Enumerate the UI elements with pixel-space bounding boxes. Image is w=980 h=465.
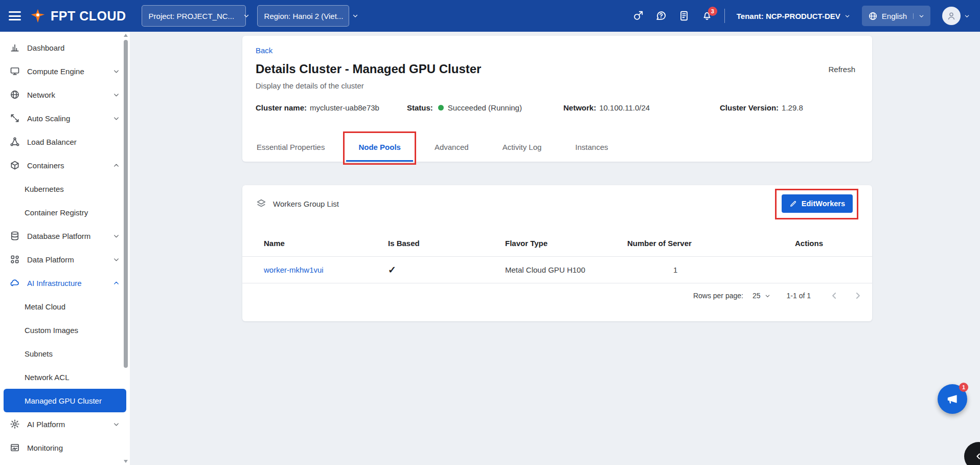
document-icon[interactable] [678,10,690,21]
sidebar-item-network-acl[interactable]: Network ACL [0,365,130,389]
main-content: Back Details Cluster - Managed GPU Clust… [130,32,980,465]
compute-engine-icon [9,66,20,76]
chevron-down-icon [113,421,120,428]
male-sign-icon[interactable] [632,10,644,21]
project-selector[interactable]: Project: PROJECT_NC... [142,5,246,27]
sidebar-item-data-platform[interactable]: Data Platform [0,248,130,271]
tab-advanced[interactable]: Advanced [422,132,481,162]
page-title: Details Cluster - Managed GPU Cluster [256,62,481,76]
scroll-down-arrow-icon[interactable] [124,460,128,463]
network-globe-icon [9,90,20,100]
previous-page-button[interactable] [829,291,839,301]
gear-icon [9,419,20,429]
sidebar-item-custom-images[interactable]: Custom Images [0,318,130,342]
cluster-detail-card: Back Details Cluster - Managed GPU Clust… [242,36,872,162]
sidebar: Dashboard Compute Engine Network Auto Sc… [0,32,130,465]
containers-icon [9,160,20,170]
monitoring-icon [9,442,20,453]
tab-essential-properties[interactable]: Essential Properties [244,132,337,162]
scroll-up-arrow-icon[interactable] [124,34,128,37]
sidebar-item-managed-gpu-cluster[interactable]: Managed GPU Cluster [4,389,126,412]
cluster-tabs: Essential Properties Node Pools Advanced… [244,132,872,162]
sidebar-item-containers[interactable]: Containers [0,153,130,177]
database-icon [9,231,20,241]
sidebar-item-ai-platform[interactable]: AI Platform [0,412,130,436]
region-selector[interactable]: Region: Hanoi 2 (Viet... [257,5,349,27]
pencil-icon [789,200,797,208]
chevron-down-icon [113,92,120,98]
chevron-down-icon [913,13,924,19]
pagination: Rows per page: 25 1-1 of 1 [242,283,872,308]
sidebar-item-metal-cloud[interactable]: Metal Cloud [0,295,130,318]
tab-activity-log[interactable]: Activity Log [490,132,554,162]
globe-icon [868,11,878,21]
rows-per-page-select[interactable]: 25 [753,292,770,300]
check-icon: ✓ [388,264,505,276]
sidebar-item-ai-infrastructure[interactable]: AI Infrastructure [0,271,130,295]
brand-name: FPT CLOUD [51,9,126,24]
flavor-type-cell: Metal Cloud GPU H100 [505,265,627,274]
column-header-name: Name [264,239,388,248]
cluster-name-field: Cluster name: mycluster-uab8e73b [256,103,407,112]
back-link[interactable]: Back [256,46,272,55]
chevron-up-icon [113,162,120,169]
load-balancer-icon [9,137,20,147]
chevron-down-icon [964,13,970,19]
next-page-button[interactable] [853,291,863,301]
ai-infrastructure-cloud-icon [9,278,20,288]
sidebar-item-subnets[interactable]: Subnets [0,342,130,365]
language-selector[interactable]: English [862,6,930,26]
status-dot [438,105,444,110]
menu-icon[interactable] [0,9,30,23]
column-header-flavor-type: Flavor Type [505,239,627,248]
chevron-up-icon [113,280,120,286]
sidebar-item-compute-engine[interactable]: Compute Engine [0,59,130,83]
chevron-down-icon [243,13,249,19]
network-field: Network: 10.100.11.0/24 [563,103,720,112]
tab-node-pools[interactable]: Node Pools [346,132,413,162]
bell-icon[interactable]: 3 [701,10,713,21]
tenant-selector[interactable]: Tenant: NCP-PRODUCT-DEV [737,12,850,20]
auto-scaling-icon [9,113,20,123]
sidebar-item-network[interactable]: Network [0,83,130,106]
sidebar-item-container-registry[interactable]: Container Registry [0,201,130,224]
worker-name-link[interactable]: worker-mkhw1vui [264,265,388,274]
edit-workers-button[interactable]: EditWorkers [782,194,853,213]
sidebar-item-kubernetes[interactable]: Kubernetes [0,177,130,201]
column-header-is-based: Is Based [388,239,505,248]
status-field: Status: Succeeded (Running) [407,103,563,112]
column-header-number-of-server: Number of Server [627,239,795,248]
sidebar-scrollbar[interactable] [123,33,129,464]
cluster-info-row: Cluster name: mycluster-uab8e73b Status:… [256,103,855,112]
sidebar-item-auto-scaling[interactable]: Auto Scaling [0,106,130,130]
announcement-fab[interactable]: 1 [938,384,967,414]
avatar [942,7,961,25]
topbar-divider [724,9,725,23]
chevron-left-icon [974,452,980,461]
table-header-row: Name Is Based Flavor Type Number of Serv… [242,230,872,257]
tab-instances[interactable]: Instances [563,132,620,162]
sidebar-item-dashboard[interactable]: Dashboard [0,36,130,59]
status-badge: Succeeded (Running) [448,103,522,112]
chevron-down-icon [113,233,120,239]
chevron-down-icon [352,13,358,19]
megaphone-icon [946,392,959,406]
cluster-version-field: Cluster Version: 1.29.8 [720,103,803,112]
refresh-button[interactable]: Refresh [828,65,855,74]
user-menu[interactable] [942,7,970,25]
sidebar-item-database-platform[interactable]: Database Platform [0,224,130,248]
notification-badge: 3 [708,7,717,16]
chat-question-icon[interactable] [655,10,667,21]
chevron-down-icon [113,115,120,122]
sidebar-scrollbar-thumb[interactable] [124,40,128,368]
fpt-logo-icon [30,8,46,24]
fab-badge: 1 [959,383,968,392]
chevron-down-icon [113,68,120,75]
workers-panel-card: Workers Group List EditWorkers Name Is B… [242,185,872,321]
column-header-actions: Actions [795,239,872,248]
sidebar-item-load-balancer[interactable]: Load Balancer [0,130,130,153]
layers-icon [256,198,267,209]
sidebar-item-monitoring[interactable]: Monitoring [0,436,130,459]
pagination-range-label: 1-1 of 1 [787,292,811,300]
topbar: FPT CLOUD Project: PROJECT_NC... Region:… [0,0,980,32]
